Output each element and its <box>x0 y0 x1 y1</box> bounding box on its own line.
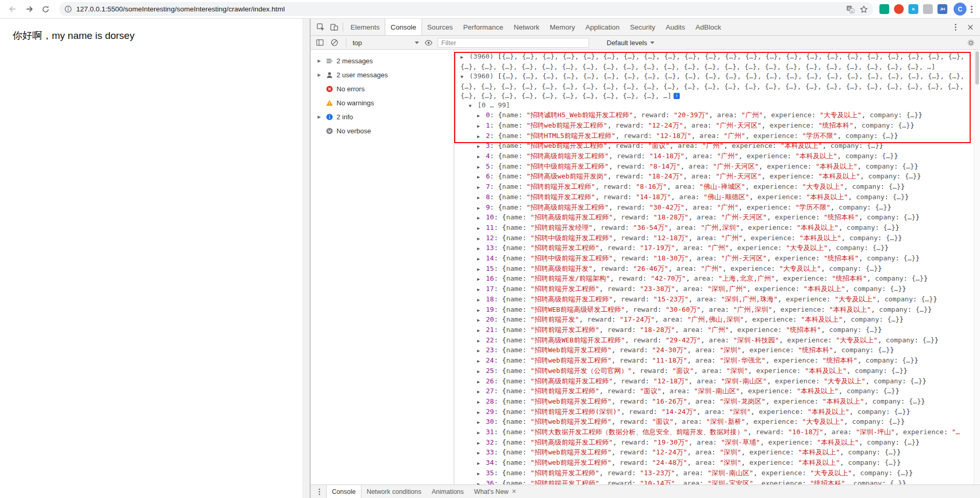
translate-icon[interactable]: A <box>846 5 855 13</box>
console-entry-row[interactable]: ▶34: {name: "招聘web前端开发工程师", reward: "24-… <box>477 458 971 468</box>
console-sidebar-item-2-messages[interactable]: ▶2 messages <box>311 54 454 68</box>
expand-arrow-icon[interactable]: ▶ <box>477 285 486 295</box>
console-entry-row[interactable]: ▶12: {name: "招聘中级前端开发工程师", reward: "12-1… <box>477 233 971 244</box>
browser-menu-icon[interactable] <box>969 5 975 13</box>
bookmark-star-icon[interactable] <box>860 5 868 13</box>
console-sidebar-item-no-warnings[interactable]: No warnings <box>311 96 454 110</box>
expand-arrow-icon[interactable]: ▶ <box>477 275 486 284</box>
console-entry-row[interactable]: ▶11: {name: "招聘前端开发经理", reward: "36-54万"… <box>477 223 971 233</box>
close-icon[interactable]: ✕ <box>512 488 516 495</box>
expand-arrow-icon[interactable]: ▶ <box>477 367 486 377</box>
expand-arrow-icon[interactable]: ▶ <box>477 337 486 346</box>
expand-arrow-icon[interactable]: ▶ <box>316 73 323 77</box>
devtools-tab-audits[interactable]: Audits <box>661 19 691 35</box>
expand-arrow-icon[interactable]: ▶ <box>477 480 486 485</box>
console-entry-row[interactable]: ▶17: {name: "招聘前端开发工程师", reward: "23-38万… <box>477 284 971 295</box>
console-sidebar-item-2-info[interactable]: ▶2 info <box>311 110 454 124</box>
expand-arrow-icon[interactable]: ▶ <box>477 244 486 254</box>
console-entry-row[interactable]: ▶5: {name: "招聘中级前端开发工程师", reward: "8-14万… <box>477 162 971 172</box>
expand-arrow-icon[interactable]: ▶ <box>477 255 486 264</box>
console-entry-row[interactable]: ▶8: {name: "招聘前端开发工程师", reward: "14-18万"… <box>477 192 971 203</box>
expand-arrow-icon[interactable]: ▶ <box>477 357 486 366</box>
expand-arrow-icon[interactable]: ▶ <box>477 408 486 418</box>
console-entry-row[interactable]: ▶36: {name: "招聘前端开发工程师", reward: "10-14万… <box>477 479 971 485</box>
console-sidebar-toggle-icon[interactable] <box>315 37 325 48</box>
devtools-tab-application[interactable]: Application <box>580 19 625 35</box>
console-entry-row[interactable]: ▶4: {name: "招聘高级前端开发工程师", reward: "14-18… <box>477 151 971 162</box>
devtools-tab-memory[interactable]: Memory <box>544 19 580 35</box>
console-entry-row[interactable]: ▶0: {name: "招聘诚聘H5_Web前端开发工程师", reward: … <box>477 110 971 121</box>
toggle-device-toolbar-icon[interactable] <box>327 20 341 34</box>
inspect-element-icon[interactable] <box>314 20 327 34</box>
console-entry-row[interactable]: ▶23: {name: "招聘Web前端开发工程师", reward: "24-… <box>477 345 971 356</box>
console-filter-input[interactable] <box>438 38 589 48</box>
console-entry-row[interactable]: ▶21: {name: "招聘前端开发工程师", reward: "18-28万… <box>477 325 971 336</box>
expand-arrow-icon[interactable]: ▶ <box>477 163 486 172</box>
expand-arrow-icon[interactable]: ▶ <box>477 378 486 387</box>
console-entry-row[interactable]: ▶35: {name: "招聘前端开发工程师", reward: "13-23万… <box>477 468 971 479</box>
expand-arrow-icon[interactable]: ▶ <box>477 122 486 131</box>
console-sidebar-item-no-errors[interactable]: No errors <box>311 82 454 96</box>
console-scrollbar[interactable] <box>974 50 980 485</box>
console-entry-row[interactable]: ▶26: {name: "招聘高级前端开发工程师", reward: "12-1… <box>477 377 971 387</box>
execution-context-selector[interactable]: top <box>353 39 419 47</box>
expand-arrow-icon[interactable]: ▶ <box>477 204 486 213</box>
expand-arrow-icon[interactable]: ▶ <box>477 439 486 448</box>
drawer-tab-network-conditions[interactable]: Network conditions <box>361 485 427 498</box>
scrollbar-thumb[interactable] <box>975 51 979 85</box>
clear-console-icon[interactable] <box>329 37 340 48</box>
expand-arrow-icon[interactable]: ▶ <box>477 428 486 438</box>
log-levels-dropdown[interactable]: Default levels <box>607 39 654 47</box>
console-entry-row[interactable]: ▶18: {name: "招聘高级前端开发工程师", reward: "15-2… <box>477 295 971 305</box>
console-entry-row[interactable]: ▶31: {name: "招聘大数据开发工程师（数据分析、信息安全、前端开发、数… <box>477 427 971 438</box>
console-entry-row[interactable]: ▶25: {name: "招聘web前端开发（公司官网）", reward: "… <box>477 366 971 377</box>
console-entry-row[interactable]: ▶6: {name: "招聘高级web前端开发岗", reward: "18-2… <box>477 172 971 182</box>
console-entry-row[interactable]: ▶19: {name: "招聘WEB前端高级研发工程师", reward: "3… <box>477 305 971 315</box>
collapse-arrow-icon[interactable]: ▼ <box>469 102 478 111</box>
console-entry-row[interactable]: ▶1: {name: "招聘web前端开发工程师", reward: "12-2… <box>477 121 971 131</box>
console-entry-row[interactable]: ▶16: {name: "招聘前端开发/前端架构", reward: "42-7… <box>477 274 971 284</box>
expand-arrow-icon[interactable]: ▶ <box>477 173 486 182</box>
expand-arrow-icon[interactable]: ▶ <box>477 234 486 244</box>
expand-arrow-icon[interactable]: ▶ <box>477 142 486 151</box>
extension-jh-icon[interactable]: JH <box>937 4 947 14</box>
expand-arrow-icon[interactable]: ▶ <box>477 265 486 274</box>
console-entry-row[interactable]: ▶22: {name: "招聘高级WEB前端开发工程师", reward: "2… <box>477 336 971 346</box>
expand-arrow-icon[interactable]: ▶ <box>316 59 323 63</box>
console-entry-row[interactable]: ▶13: {name: "招聘前端开发工程师", reward: "17-19万… <box>477 243 971 254</box>
console-sidebar-item-2-user-messages[interactable]: ▶2 user messages <box>311 68 454 82</box>
expand-arrow-icon[interactable]: ▶ <box>477 214 486 223</box>
extension-3-icon[interactable]: b <box>908 4 918 14</box>
devtools-tab-sources[interactable]: Sources <box>422 19 458 35</box>
page-info-icon[interactable] <box>64 5 72 13</box>
console-entry-row[interactable]: ▶33: {name: "招聘web前端开发工程师", reward: "12-… <box>477 448 971 458</box>
devtools-tab-adblock[interactable]: AdBlock <box>690 19 726 35</box>
expand-arrow-icon[interactable]: ▶ <box>477 153 486 162</box>
expand-arrow-icon[interactable]: ▶ <box>477 469 486 479</box>
expand-arrow-icon[interactable]: ▶ <box>477 449 486 458</box>
console-entry-row[interactable]: ▶7: {name: "招聘前端开发工程师", reward: "8-16万",… <box>477 182 971 192</box>
expand-arrow-icon[interactable]: ▶ <box>477 459 486 468</box>
expand-arrow-icon[interactable]: ▶ <box>477 347 486 356</box>
array-preview-collapsed[interactable]: ▶(3960) [{…}, {…}, {…}, {…}, {…}, {…}, {… <box>460 52 971 71</box>
live-expression-eye-icon[interactable] <box>423 37 433 48</box>
profile-avatar[interactable]: C <box>954 3 967 16</box>
console-entry-row[interactable]: ▶30: {name: "招聘web前端开发工程师", reward: "面议"… <box>477 417 971 427</box>
devtools-tab-network[interactable]: Network <box>509 19 545 35</box>
address-bar[interactable]: 127.0.0.1:5500/someInteresting/someInter… <box>59 2 873 16</box>
devtools-tab-elements[interactable]: Elements <box>345 19 385 35</box>
drawer-menu-icon[interactable] <box>315 487 324 496</box>
extension-1-icon[interactable] <box>879 4 889 14</box>
devtools-close-icon[interactable] <box>963 20 977 34</box>
console-entry-row[interactable]: ▶32: {name: "招聘高级前端开发工程师", reward: "19-3… <box>477 438 971 448</box>
console-settings-gear-icon[interactable] <box>965 37 976 48</box>
expand-arrow-icon[interactable]: ▶ <box>477 418 486 427</box>
expand-arrow-icon[interactable]: ▶ <box>477 183 486 192</box>
console-entry-row[interactable]: ▶15: {name: "招聘高级前端开发", reward: "26-46万"… <box>477 264 971 274</box>
drawer-tab-console[interactable]: Console <box>326 485 361 498</box>
extension-4-icon[interactable] <box>923 4 933 14</box>
expand-arrow-icon[interactable]: ▶ <box>316 115 323 119</box>
devtools-tab-console[interactable]: Console <box>385 19 422 35</box>
expand-arrow-icon[interactable]: ▶ <box>477 398 486 407</box>
console-entry-row[interactable]: ▶29: {name: "招聘前端开发工程师(深圳)", reward: "14… <box>477 407 971 418</box>
